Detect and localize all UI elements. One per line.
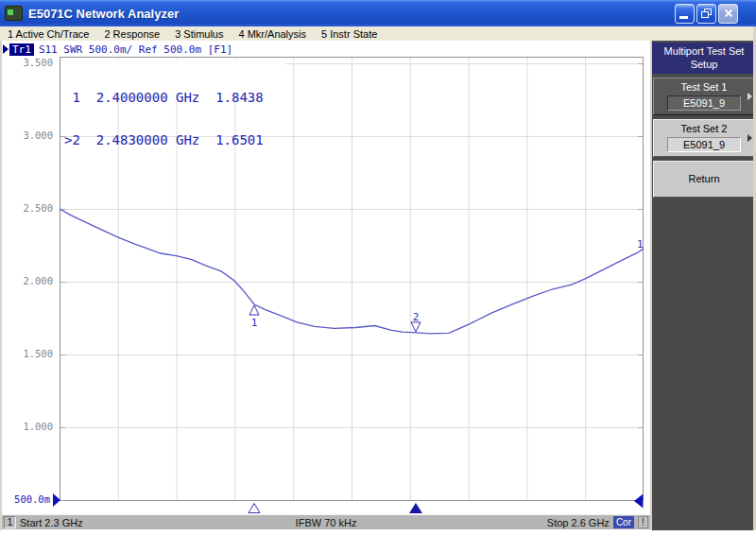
test-set-1-value: E5091_9 [667,95,741,111]
minimize-icon [679,16,688,19]
svg-text:2: 2 [413,311,420,323]
trace-status-line: Tr1 S11 SWR 500.0m/ Ref 500.0m [F1] [3,43,232,56]
menu-stimulus[interactable]: 3 Stimulus [167,28,231,40]
titlebar[interactable]: E5071C Network Analyzer [0,0,756,26]
softkey-panel-title: Multiport Test Set Setup [652,43,756,74]
y-axis-label: 2.500 [1,203,53,214]
submenu-arrow-icon [747,134,752,142]
softkey-panel: Multiport Test Set Setup Test Set 1 E509… [650,41,756,530]
window-controls [675,4,738,24]
window-title: E5071C Network Analyzer [28,7,675,21]
plot-region: 112 1 2.4000000 GHz 1.8438 >2 2.4830000 … [0,41,650,530]
y-axis-label: 1.000 [1,422,53,432]
close-icon [724,9,733,18]
close-button[interactable] [718,4,738,24]
y-axis-label: 3.500 [1,58,53,68]
y-axis-label: 2.000 [1,276,53,286]
minimize-button[interactable] [675,4,695,24]
desktop: E5071C Network Analyzer 1 Active Ch/Trac… [0,0,756,536]
menu-mkr-analysis[interactable]: 4 Mkr/Analysis [231,28,314,40]
submenu-arrow-icon [747,93,752,100]
test-set-2-button[interactable]: Test Set 2 E5091_9 [653,119,755,157]
svg-text:1: 1 [251,317,258,329]
restore-button[interactable] [696,4,716,24]
test-set-1-button[interactable]: Test Set 1 E5091_9 [653,78,755,115]
window-border [0,41,2,530]
return-button[interactable]: Return [653,161,755,198]
restore-icon [701,9,712,18]
app-icon [5,6,23,21]
active-trace-pointer-icon [3,44,9,54]
marker-readout: 1 2.4000000 GHz 1.8438 >2 2.4830000 GHz … [64,62,264,176]
test-set-2-value: E5091_9 [667,137,741,152]
menu-active-ch-trace[interactable]: 1 Active Ch/Trace [0,28,96,40]
menu-instr-state[interactable]: 5 Instr State [314,28,385,40]
menubar: 1 Active Ch/Trace 2 Response 3 Stimulus … [0,26,756,41]
reference-level-label: 500.0m [1,494,50,505]
alert-badge: ! [638,516,648,528]
trace-label[interactable]: Tr1 [9,43,34,56]
start-frequency-label: Start 2.3 GHz [20,517,83,528]
app-window: E5071C Network Analyzer 1 Active Ch/Trac… [0,0,756,530]
stop-frequency-label: Stop 2.6 GHz [547,517,610,528]
active-marker-stimulus-icon[interactable] [409,503,422,513]
marker-stimulus-icon[interactable] [249,504,260,513]
marker-readout-line-1: 1 2.4000000 GHz 1.8438 [64,91,264,105]
trace-number-label: 1 [637,238,644,251]
ifbw-label: IFBW 70 kHz [296,517,357,528]
correction-badge: Cor [613,516,634,528]
menu-response[interactable]: 2 Response [96,28,167,40]
marker-readout-line-2: >2 2.4830000 GHz 1.6501 [64,133,264,147]
trace-descriptor: S11 SWR 500.0m/ Ref 500.0m [F1] [39,43,232,56]
reference-level-arrow-icon[interactable] [53,493,60,507]
y-axis-label: 1.500 [1,349,53,359]
status-bar: 1 Start 2.3 GHz IFBW 70 kHz Stop 2.6 GHz… [2,515,650,529]
channel-indicator: 1 [4,516,16,528]
y-axis-label: 3.000 [1,130,53,141]
